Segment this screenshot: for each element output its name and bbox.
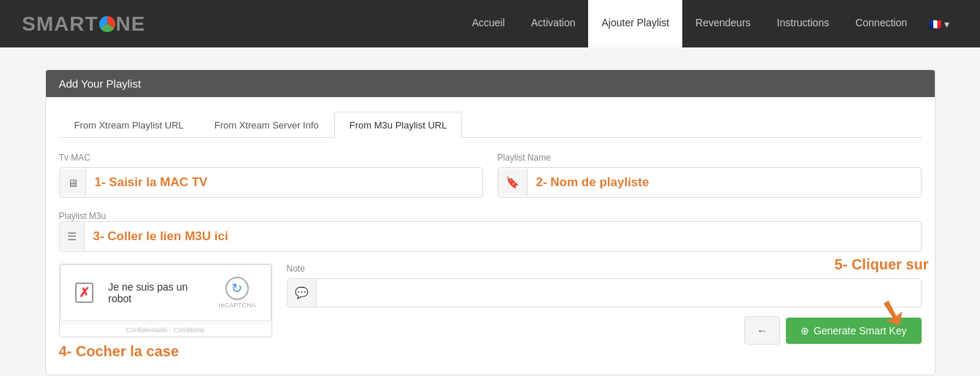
annotation-5: 5- Cliquer sur ➘ [835,256,929,273]
tv-mac-group: Tv MAC 🖥 [59,153,483,198]
captcha-footer: Confidentialité - Conditions [60,323,271,337]
captcha-section: ✗ Je ne suis pas un robot ↻ reCAPTCHA Co… [59,264,272,360]
main-nav: AccueilActivationAjouter PlaylistRevende… [459,0,920,47]
annotation-4: 4- Cocher la case [59,343,272,360]
note-label: Note [287,264,922,274]
header: SMART NE AccueilActivationAjouter Playli… [0,0,980,47]
nav-item-ajouter-playlist[interactable]: Ajouter Playlist [588,0,682,47]
playlist-name-input[interactable] [528,168,921,197]
tab-bar: From Xtream Playlist URL From Xtream Ser… [59,112,922,138]
captcha-box[interactable]: ✗ Je ne suis pas un robot ↻ reCAPTCHA [60,264,271,321]
logo: SMART NE [22,12,145,36]
language-selector[interactable]: 🇫🇷 ▾ [920,0,958,47]
chat-icon: 💬 [288,279,317,307]
nav-item-connection[interactable]: Connection [842,0,920,47]
captcha-checkbox[interactable]: ✗ [75,283,94,303]
back-icon: ← [757,324,768,337]
bookmark-icon: 🔖 [498,169,528,196]
card-title: Add Your Playlist [59,77,142,90]
logo-smart: SMART [22,12,99,36]
card-body: From Xtream Playlist URL From Xtream Ser… [46,97,935,375]
annotation-5-text: 5- Cliquer sur [835,256,929,272]
note-section: Note 💬 ← ⊕ Generate Smart Key [287,264,922,345]
plus-icon: ⊕ [800,325,809,337]
main-content: Add Your Playlist From Xtream Playlist U… [16,47,965,376]
recaptcha-logo: ↻ reCAPTCHA [218,277,255,309]
nav-item-accueil[interactable]: Accueil [459,0,518,47]
recaptcha-icon: ↻ [225,277,249,300]
m3u-row: Playlist M3u ☰ [59,210,922,252]
captcha-container: ✗ Je ne suis pas un robot ↻ reCAPTCHA Co… [59,264,272,337]
back-button[interactable]: ← [744,316,780,345]
captcha-label: Je ne suis pas un robot [108,281,204,304]
recaptcha-brand: reCAPTCHA [218,302,255,309]
tv-mac-label: Tv MAC [59,153,483,163]
tab-xtream-server[interactable]: From Xtream Server Info [199,112,334,138]
playlist-name-input-wrapper: 🔖 [498,167,922,198]
playlist-m3u-label: Playlist M3u [59,211,107,221]
tab-m3u-url[interactable]: From M3u Playlist URL [334,112,463,138]
x-icon: ✗ [79,285,90,301]
nav-item-revendeurs[interactable]: Revendeurs [682,0,764,47]
bottom-row: ✗ Je ne suis pas un robot ↻ reCAPTCHA Co… [59,264,922,360]
nav-item-instructions[interactable]: Instructions [764,0,843,47]
card-header: Add Your Playlist [46,70,935,97]
mac-name-row: Tv MAC 🖥 Playlist Name 🔖 [59,153,922,198]
logo-ne: NE [116,12,146,36]
note-input[interactable] [317,279,921,307]
playlist-name-group: Playlist Name 🔖 [498,153,922,198]
logo-circle [99,16,115,32]
playlist-card: Add Your Playlist From Xtream Playlist U… [45,69,935,375]
m3u-input[interactable] [85,222,921,251]
monitor-icon: 🖥 [60,169,86,196]
playlist-name-label: Playlist Name [498,153,922,163]
m3u-input-wrapper: ☰ [59,221,922,252]
tab-xtream-url[interactable]: From Xtream Playlist URL [59,112,199,138]
note-input-wrapper: 💬 [287,278,922,307]
tv-mac-input-wrapper: 🖥 [59,167,483,198]
nav-item-activation[interactable]: Activation [518,0,589,47]
flag-icon: 🇫🇷 [929,18,941,30]
list-icon: ☰ [60,223,85,250]
dropdown-arrow: ▾ [944,18,949,30]
tv-mac-input[interactable] [86,168,482,197]
action-buttons: ← ⊕ Generate Smart Key [287,316,922,345]
